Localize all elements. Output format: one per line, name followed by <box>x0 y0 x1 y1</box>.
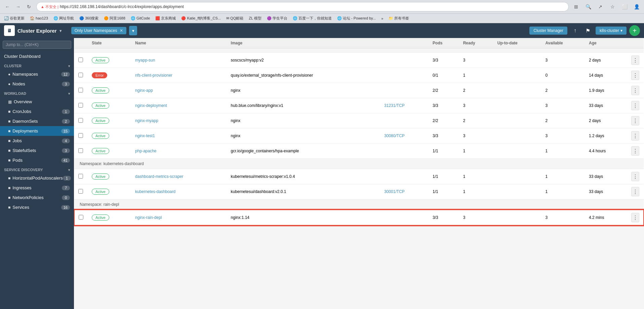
row-checkbox-nfs[interactable] <box>78 73 83 77</box>
back-button[interactable]: ← <box>3 2 12 11</box>
sidebar-item-ingresses[interactable]: ■ Ingresses 7 <box>0 183 74 193</box>
sidebar-item-pods[interactable]: ■ Pods 41 <box>0 155 74 165</box>
sidebar-item-cluster-dashboard[interactable]: Cluster Dashboard <box>0 51 74 61</box>
bookmark-google[interactable]: 🔄 谷歌更新 <box>3 15 26 22</box>
port-kd[interactable]: 30001/TCP <box>384 189 405 194</box>
bookmark-gitcode[interactable]: 🌐 GitCode <box>129 15 151 22</box>
action-btn-nginx-deployment[interactable]: ⋮ <box>631 101 639 110</box>
sidebar-item-hpa[interactable]: ■ HorizontalPodAutoscalers 1 <box>0 173 74 183</box>
bookmark-zl[interactable]: ZL 模型 <box>247 15 263 22</box>
bookmark-baidu[interactable]: 🌐 百度一下，你就知道 <box>291 15 333 22</box>
action-btn-php-apache[interactable]: ⋮ <box>631 146 639 156</box>
row-checkbox-nginx-rain-depl[interactable] <box>79 215 83 220</box>
search-button[interactable]: 🔍 <box>583 2 593 11</box>
row-checkbox-nginx-myapp[interactable] <box>78 118 83 123</box>
bookmark-student[interactable]: 🟣 学生平台 <box>266 15 289 22</box>
cluster-name-button[interactable]: k8s-cluster ▾ <box>596 27 627 35</box>
sidebar-item-overview[interactable]: ▦ Overview <box>0 97 74 107</box>
col-available[interactable]: Available <box>541 38 585 48</box>
sidebar-item-services[interactable]: ■ Services 16 <box>0 202 74 212</box>
share-button[interactable]: ↗ <box>596 2 605 11</box>
title-chevron[interactable]: ▾ <box>59 28 62 33</box>
row-checkbox-myapp-sun[interactable] <box>78 57 83 62</box>
window-button[interactable]: ⬜ <box>620 2 629 11</box>
bookmark-all[interactable]: » <box>380 15 385 22</box>
refresh-button[interactable]: ↻ <box>24 2 34 11</box>
link-kd[interactable]: kubernetes-dashboard <box>135 189 175 194</box>
bookmark-forum[interactable]: 🌐 论坛 - Powered by... <box>336 15 377 22</box>
namespace-dropdown-button[interactable]: ▾ <box>129 26 137 35</box>
available-kd: 1 <box>546 189 548 194</box>
bookmark-ali[interactable]: 🟠 阿里1688 <box>103 15 127 22</box>
flag-button[interactable]: ⚑ <box>583 26 593 36</box>
col-pods[interactable]: Pods <box>429 38 459 48</box>
profile-button[interactable]: 👤 <box>632 2 641 11</box>
cluster-section-chevron[interactable]: ▾ <box>68 64 70 68</box>
forward-button[interactable]: → <box>13 2 23 11</box>
bookmark-qq[interactable]: ✉ QQ邮箱 <box>225 15 245 22</box>
age-kd: 33 days <box>589 189 603 194</box>
action-btn-nginx-app[interactable]: ⋮ <box>631 86 639 95</box>
namespace-filter-button[interactable]: Only User Namespaces ✕ <box>71 27 127 34</box>
action-btn-myapp-sun[interactable]: ⋮ <box>631 55 639 65</box>
link-nginx-rain-depl[interactable]: nginx-rain-depl <box>135 215 162 220</box>
sidebar-item-deployments[interactable]: ■ Deployments 15 <box>0 126 74 136</box>
link-nginx-myapp[interactable]: nginx-myapp <box>135 118 158 123</box>
extensions-button[interactable]: ⊞ <box>571 2 581 11</box>
sidebar-search-input[interactable] <box>3 41 71 49</box>
link-nginx-app[interactable]: nginx-app <box>135 88 153 93</box>
row-checkbox-nginx-test1[interactable] <box>78 133 83 138</box>
sidebar-item-namespaces[interactable]: ● Namespaces 12 <box>0 69 74 79</box>
link-php-apache[interactable]: php-apache <box>135 149 156 153</box>
age-nfs: 14 days <box>589 73 603 78</box>
sidebar-item-networkpolicies[interactable]: ■ NetworkPolicies 0 <box>0 193 74 202</box>
sidebar-item-statefulsets[interactable]: ■ StatefulSets 3 <box>0 146 74 155</box>
action-btn-nginx-rain-depl[interactable]: ⋮ <box>631 213 639 222</box>
sidebar-item-nodes[interactable]: ● Nodes 3 <box>0 79 74 89</box>
row-checkbox-nginx-app[interactable] <box>78 88 83 92</box>
action-btn-dms[interactable]: ⋮ <box>631 172 639 181</box>
sidebar-item-cronjobs[interactable]: ■ CronJobs 1 <box>0 107 74 116</box>
sidebar-item-jobs[interactable]: ■ Jobs 4 <box>0 136 74 146</box>
bookmark-jd[interactable]: 🟥 京东商城 <box>154 15 177 22</box>
bookmark-360[interactable]: 🔵 360搜索 <box>78 15 100 22</box>
row-checkbox-php-apache[interactable] <box>78 148 83 153</box>
col-scale[interactable] <box>380 38 429 48</box>
add-resource-button[interactable]: + <box>629 25 640 36</box>
workload-section-chevron[interactable]: ▾ <box>68 92 70 95</box>
link-dms[interactable]: dashboard-metrics-scraper <box>135 174 183 179</box>
link-myapp-sun[interactable]: myapp-sun <box>135 58 155 63</box>
bookmark-folder[interactable]: 📁 所有书签 <box>387 15 410 22</box>
upload-button[interactable]: ↑ <box>570 26 580 36</box>
image-nginx-app: nginx <box>231 88 241 93</box>
bookmark-katie[interactable]: 🔴 Katie_ff的博客_CS... <box>180 15 222 22</box>
col-name[interactable]: Name <box>131 38 227 48</box>
col-image[interactable]: Image <box>227 38 380 48</box>
bookmark-nav[interactable]: 🌐 网址导航 <box>52 15 75 22</box>
action-btn-nginx-test1[interactable]: ⋮ <box>631 131 639 141</box>
service-discovery-chevron[interactable]: ▾ <box>68 168 70 172</box>
col-age[interactable]: Age <box>585 38 627 48</box>
port-nginx-deployment[interactable]: 31231/TCP <box>384 103 405 108</box>
header-actions: Cluster Manager ↑ ⚑ k8s-cluster ▾ + <box>529 25 640 36</box>
col-ready[interactable]: Ready <box>459 38 493 48</box>
address-bar[interactable]: ▲ 不安全 | https://192.168.198.14/dashboard… <box>36 2 569 11</box>
row-checkbox-nginx-deployment[interactable] <box>78 103 83 108</box>
action-btn-nginx-myapp[interactable]: ⋮ <box>631 116 639 125</box>
cluster-manager-button[interactable]: Cluster Manager <box>529 27 567 35</box>
action-btn-kd[interactable]: ⋮ <box>631 187 639 196</box>
link-nginx-deployment[interactable]: nginx-deployment <box>135 103 167 108</box>
port-nginx-test1[interactable]: 30080/TCP <box>384 133 405 138</box>
col-state[interactable]: State <box>88 38 131 48</box>
link-nginx-test1[interactable]: nginx-test1 <box>135 133 155 138</box>
row-checkbox-kd[interactable] <box>78 189 83 194</box>
sidebar-item-daemonsets[interactable]: ■ DaemonSets 2 <box>0 116 74 126</box>
table-row: Active php-apache gcr.io/google_containe… <box>74 144 644 159</box>
link-nfs[interactable]: nfs-client-provisioner <box>135 73 172 78</box>
bookmark-button[interactable]: ☆ <box>608 2 617 11</box>
bookmark-hao123[interactable]: 🏠 hao123 <box>29 15 49 22</box>
row-checkbox-dms[interactable] <box>78 174 83 179</box>
col-up-to-date[interactable]: Up-to-date <box>493 38 541 48</box>
namespace-filter-close[interactable]: ✕ <box>120 28 123 33</box>
action-btn-nfs[interactable]: ⋮ <box>631 71 639 80</box>
